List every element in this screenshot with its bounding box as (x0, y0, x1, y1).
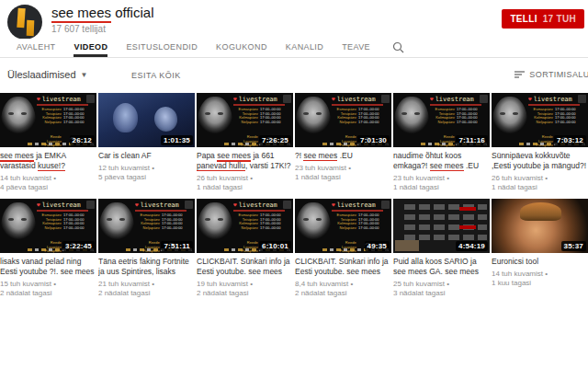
video-thumbnail[interactable]: ♥livestream Esmaspäev17:00–00:00Teisipäe… (98, 199, 195, 253)
livestream-schedule: Esmaspäev17:00–00:00Teisipäev17:00–00:00… (37, 108, 95, 123)
video-card[interactable]: ♥livestream Esmaspäev17:00–00:00Teisipäe… (197, 93, 293, 192)
face-art (492, 97, 527, 146)
channel-page: see mees official 17 607 tellijat TELLI1… (0, 0, 588, 368)
livestream-subtitle-art (332, 104, 383, 106)
video-thumbnail[interactable]: 35:37 (492, 199, 588, 253)
video-card[interactable]: ♥livestream Esmaspäev17:00–00:00Teisipäe… (197, 199, 293, 298)
video-title[interactable]: Sünnipäeva kokkuvõte ,Eesti youtube ja m… (492, 151, 588, 171)
tab-kanalid[interactable]: KANALID (286, 42, 323, 57)
livestream-schedule: Esmaspäev17:00–00:00Teisipäev17:00–00:00… (233, 108, 291, 123)
video-thumbnail[interactable]: ♥livestream Esmaspäev17:00–00:00Teisipäe… (197, 93, 293, 147)
livestream-subtitle-art (430, 104, 481, 106)
video-duration: 7:01:30 (357, 135, 390, 145)
video-card[interactable]: 4:54:19 Puid alla koos SARIO ja see mees… (393, 199, 490, 298)
face-art (1, 97, 36, 146)
video-duration: 6:10:01 (259, 241, 291, 251)
livestream-weekend-days: ReedeLaupäevPühapäev (528, 135, 553, 147)
video-duration: 7:03:12 (554, 135, 586, 145)
face-art (394, 97, 429, 146)
video-thumbnail[interactable]: ♥livestream Esmaspäev17:00–00:00Teisipäe… (197, 199, 293, 253)
video-card[interactable]: ♥livestream Esmaspäev17:00–00:00Teisipäe… (98, 199, 195, 298)
video-thumbnail[interactable]: ♥livestream Esmaspäev17:00–00:00Teisipäe… (0, 199, 96, 253)
video-title[interactable]: naudime õhtut koos emkaga?! see mees .EU (393, 151, 490, 171)
video-meta: 12 tuh kuvamist • 5 päeva tagasi (98, 164, 195, 182)
uploads-toolbar: Üleslaadimised▼ ESITA KÕIK SORTIMISALUS (0, 58, 588, 91)
video-title[interactable]: Puid alla koos SARIO ja see mees GA. see… (393, 257, 490, 277)
video-duration: 7:11:16 (456, 135, 488, 145)
video-meta: 21 tuh kuvamist • 2 nädalat tagasi (98, 280, 195, 298)
video-title[interactable]: CLICKBAIT. Sünkari info ja Eesti youtube… (197, 257, 293, 277)
video-card[interactable]: 1:01:35 Car is clean AF 12 tuh kuvamist … (98, 93, 195, 192)
livestream-subtitle-art (332, 210, 383, 212)
face-art (198, 202, 232, 252)
corner-badge (283, 95, 291, 103)
video-card[interactable]: ♥livestream Esmaspäev17:00–00:00Teisipäe… (0, 199, 96, 298)
video-thumbnail[interactable]: ♥livestream Esmaspäev17:00–00:00Teisipäe… (393, 93, 490, 147)
video-title[interactable]: Car is clean AF (98, 151, 195, 161)
play-all-button[interactable]: ESITA KÕIK (131, 71, 181, 80)
livestream-schedule: Esmaspäev17:00–00:00Teisipäev17:00–00:00… (37, 213, 95, 229)
search-icon[interactable] (392, 41, 404, 53)
video-thumbnail[interactable]: ♥livestream Esmaspäev17:00–00:00Teisipäe… (0, 93, 96, 147)
avatar-bar-art (17, 8, 25, 29)
sort-control[interactable]: SORTIMISALUS (514, 70, 588, 79)
subscriber-count: 17 607 tellijat (51, 24, 153, 34)
heart-icon: ♥ (37, 201, 40, 208)
video-meta: 26 tuh kuvamist • 1 nädal tagasi (492, 174, 588, 192)
video-duration: 26:12 (70, 135, 95, 145)
tab-kogukond[interactable]: KOGUKOND (216, 42, 267, 57)
video-card[interactable]: 35:37 Euronicsi tool 14 tuh kuvamist • 1… (492, 199, 588, 298)
livestream-weekend-days: ReedeLaupäevPühapäev (332, 135, 356, 147)
subscribe-button[interactable]: TELLI17 TUH (502, 9, 584, 29)
video-title[interactable]: CLICKBAIT. Sünkari info ja Eesti youtube… (295, 257, 391, 277)
tab-esitusloendid[interactable]: ESITUSLOENDID (126, 42, 198, 57)
video-meta: 8,4 tuh kuvamist • 2 nädalat tagasi (295, 280, 391, 298)
livestream-weekend-days: ReedeLaupäevPühapäev (37, 135, 62, 147)
video-thumbnail[interactable]: ♥livestream Esmaspäev17:00–00:00Teisipäe… (295, 93, 391, 147)
video-title[interactable]: Euronicsi tool (492, 257, 588, 267)
video-title[interactable]: see mees ja EMKA varastasid kuuse!? Give… (0, 151, 96, 171)
heart-icon: ♥ (135, 201, 139, 208)
corner-badge (86, 95, 95, 103)
video-thumbnail[interactable]: 1:01:35 (98, 93, 195, 147)
video-title[interactable]: ?! see mees .EU (295, 151, 391, 161)
livestream-subtitle-art (135, 210, 187, 212)
video-duration: 4:54:19 (456, 241, 488, 251)
tab-videod[interactable]: VIDEOD (74, 42, 107, 57)
livestream-subtitle-art (37, 104, 88, 106)
video-card[interactable]: ♥livestream Esmaspäev17:00–00:00Teisipäe… (492, 93, 588, 192)
video-card[interactable]: ♥livestream Esmaspäev17:00–00:00Teisipäe… (0, 93, 96, 192)
video-meta: 14 tuh kuvamist • 1 kuu tagasi (492, 270, 588, 288)
video-thumbnail[interactable]: 4:54:19 (393, 199, 490, 253)
video-title[interactable]: Papa see mees ja 661 panevad hullu, vars… (197, 151, 293, 171)
heart-icon: ♥ (332, 96, 335, 102)
channel-info: see mees official 17 607 tellijat (51, 5, 153, 34)
video-meta: 15 tuh kuvamist • 2 nädalat tagasi (0, 280, 96, 298)
video-thumbnail[interactable]: ♥livestream Esmaspäev17:00–00:00Teisipäe… (295, 199, 391, 253)
video-grid: ♥livestream Esmaspäev17:00–00:00Teisipäe… (0, 93, 588, 298)
livestream-subtitle-art (233, 210, 285, 212)
channel-header: see mees official 17 607 tellijat TELLI1… (0, 0, 588, 39)
video-meta: 23 tuh kuvamist • 1 nädal tagasi (295, 164, 391, 182)
video-meta: 14 tuh kuvamist • 4 päeva tagasi (0, 174, 96, 192)
face-art (99, 202, 134, 252)
livestream-subtitle-art (528, 104, 580, 106)
corner-badge (86, 201, 95, 209)
corner-badge (381, 95, 390, 103)
channel-avatar[interactable] (7, 5, 42, 40)
livestream-schedule: Esmaspäev17:00–00:00Teisipäev17:00–00:00… (233, 213, 291, 229)
avatar-bar-art (27, 20, 35, 36)
video-card[interactable]: ♥livestream Esmaspäev17:00–00:00Teisipäe… (393, 93, 490, 192)
video-title[interactable]: lisaks vanad pelad ning Eesti youtube ?!… (0, 257, 96, 277)
livestream-weekend-days: ReedeLaupäevPühapäev (233, 241, 258, 253)
tab-teave[interactable]: TEAVE (342, 42, 370, 57)
livestream-subtitle-art (37, 210, 88, 212)
video-card[interactable]: ♥livestream Esmaspäev17:00–00:00Teisipäe… (295, 93, 391, 192)
uploads-dropdown[interactable]: Üleslaadimised▼ (7, 69, 88, 80)
video-thumbnail[interactable]: ♥livestream Esmaspäev17:00–00:00Teisipäe… (492, 93, 588, 147)
video-title[interactable]: Täna eetris faking Fortnite ja uus Spint… (98, 257, 195, 277)
heart-icon: ♥ (430, 96, 434, 102)
video-card[interactable]: ♥livestream Esmaspäev17:00–00:00Teisipäe… (295, 199, 391, 298)
livestream-weekend-days: ReedeLaupäevPühapäev (430, 135, 455, 147)
tab-avaleht[interactable]: AVALEHT (17, 42, 55, 57)
